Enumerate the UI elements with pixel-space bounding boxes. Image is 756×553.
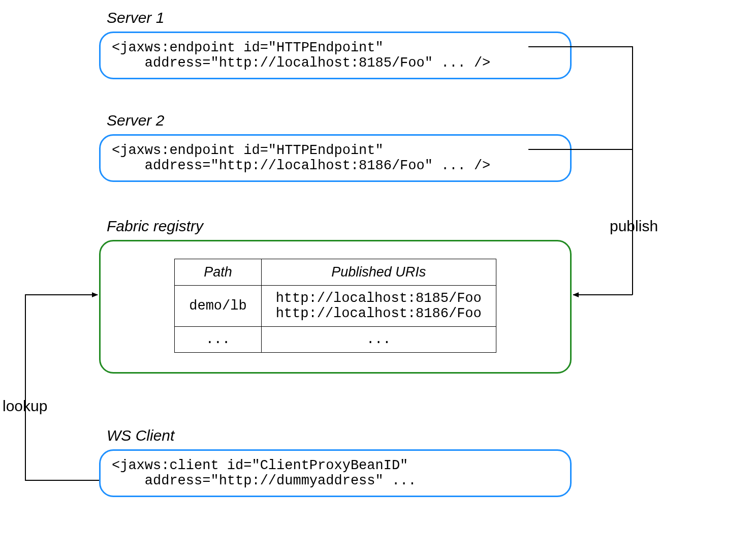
server2-code: <jaxws:endpoint id="HTTPEndpoint" addres… [112, 143, 559, 173]
registry-table: Path Published URIs demo/lb http://local… [174, 259, 496, 353]
client-label: WS Client [107, 427, 174, 444]
registry-box: Path Published URIs demo/lb http://local… [99, 240, 572, 374]
col-path: Path [175, 259, 261, 286]
diagram-stage: Server 1 <jaxws:endpoint id="HTTPEndpoin… [0, 5, 756, 553]
publish-label: publish [610, 218, 658, 235]
server1-code: <jaxws:endpoint id="HTTPEndpoint" addres… [112, 40, 559, 71]
table-row: ... ... [175, 327, 496, 353]
cell-uris: http://localhost:8185/Foo http://localho… [261, 286, 496, 327]
client-code: <jaxws:client id="ClientProxyBeanID" add… [112, 458, 559, 488]
col-uris: Published URIs [261, 259, 496, 286]
server2-box: <jaxws:endpoint id="HTTPEndpoint" addres… [99, 134, 572, 182]
server1-box: <jaxws:endpoint id="HTTPEndpoint" addres… [99, 32, 572, 79]
client-box: <jaxws:client id="ClientProxyBeanID" add… [99, 449, 572, 497]
cell-path: demo/lb [175, 286, 261, 327]
cell-uris: ... [261, 327, 496, 353]
table-header-row: Path Published URIs [175, 259, 496, 286]
lookup-label: lookup [3, 397, 47, 415]
table-row: demo/lb http://localhost:8185/Foo http:/… [175, 286, 496, 327]
server1-label: Server 1 [107, 9, 164, 26]
registry-label: Fabric registry [107, 218, 203, 235]
server2-label: Server 2 [107, 112, 164, 129]
cell-path: ... [175, 327, 261, 353]
